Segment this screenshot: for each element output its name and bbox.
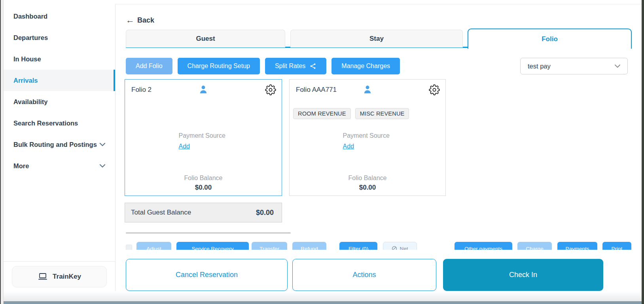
folio-title: Folio AAA771 [296, 86, 337, 94]
folio-balance-block: Folio Balance $0.00 [125, 175, 282, 192]
manage-charges-button[interactable]: Manage Charges [331, 58, 400, 74]
folio-balance-label: Folio Balance [290, 175, 445, 182]
button-label: Cancel Reservation [176, 271, 238, 279]
button-label: Service Recovery [192, 246, 234, 250]
sidebar-item-in-house[interactable]: In House [3, 48, 115, 70]
button-label: Actions [352, 271, 376, 279]
payments-button[interactable]: Payments [557, 242, 597, 250]
sidebar-item-label: Bulk Routing and Postings [13, 141, 97, 148]
bottom-bar [3, 301, 642, 304]
button-label: Manage Charges [341, 63, 390, 70]
payment-source-block: Payment Source Add [290, 132, 445, 150]
folio-title: Folio 2 [131, 86, 152, 94]
back-label: Back [137, 16, 154, 25]
actions-button[interactable]: Actions [292, 259, 436, 291]
sidebar-item-label: Search Reservations [13, 120, 78, 127]
button-label: Charge Routing Setup [188, 63, 250, 70]
bottom-gradient [3, 291, 642, 301]
badge-misc-revenue: MISC REVENUE [355, 108, 409, 119]
sidebar-divider [3, 261, 115, 262]
main-content: ← Back Guest Stay Folio Add Folio Charge… [115, 4, 642, 304]
charge-routing-setup-button[interactable]: Charge Routing Setup [178, 58, 260, 74]
sidebar-item-search-reservations[interactable]: Search Reservations [3, 112, 115, 134]
back-arrow-icon: ← [126, 16, 134, 25]
select-all-checkbox[interactable] [126, 245, 132, 250]
total-guest-balance-bar: Total Guest Balance $0.00 [125, 203, 282, 222]
service-recovery-button[interactable]: Service Recovery [176, 242, 249, 250]
button-label: Refund [301, 246, 318, 250]
add-payment-source-link[interactable]: Add [343, 143, 354, 150]
badge-room-revenue: ROOM REVENUE [293, 108, 351, 119]
payment-source-label: Payment Source [343, 132, 392, 139]
tab-stay[interactable]: Stay [290, 30, 463, 48]
payment-source-block: Payment Source Add [125, 132, 282, 150]
check-in-button[interactable]: Check In [443, 259, 603, 291]
total-guest-balance-value: $0.00 [256, 209, 274, 217]
sidebar-item-label: In House [13, 55, 41, 63]
horizontal-scrollbar[interactable] [126, 232, 291, 234]
folio-balance-block: Folio Balance $0.00 [290, 175, 445, 192]
button-label: Transfer [259, 246, 279, 250]
chevron-down-icon [613, 62, 622, 70]
print-button[interactable]: Print [602, 242, 631, 250]
net-toggle-button[interactable]: Net [383, 242, 417, 250]
tab-folio[interactable]: Folio [468, 28, 632, 49]
window-left-gutter [1, 0, 4, 304]
split-rates-button[interactable]: Split Rates [265, 58, 326, 74]
transfer-button[interactable]: Transfer [252, 242, 287, 250]
trainkey-button[interactable]: TrainKey [12, 266, 107, 287]
sidebar-item-arrivals[interactable]: Arrivals [3, 70, 115, 91]
person-icon [198, 84, 208, 96]
filter-button[interactable]: Filter (0) [339, 242, 377, 250]
desktop-edge-left [0, 0, 1, 304]
total-guest-balance-label: Total Guest Balance [131, 209, 191, 217]
cancel-reservation-button[interactable]: Cancel Reservation [126, 259, 288, 291]
chevron-down-icon [98, 162, 106, 170]
transaction-toolbar: Adjust Service Recovery Transfer Refund … [115, 242, 642, 250]
person-icon [362, 84, 373, 96]
button-label: Charge [526, 246, 543, 250]
sidebar-item-availability[interactable]: Availability [3, 91, 115, 112]
sidebar-nav: Dashboard Departures In House Arrivals A… [3, 4, 115, 177]
button-label: Adjust [146, 246, 161, 250]
button-label: Split Rates [275, 63, 305, 70]
gear-icon[interactable] [265, 84, 276, 95]
folio-balance-value: $0.00 [290, 184, 445, 192]
circle-icon [392, 246, 397, 250]
sidebar-item-bulk-routing[interactable]: Bulk Routing and Postings [3, 134, 115, 155]
gear-icon[interactable] [429, 84, 440, 95]
button-label: Print [612, 246, 623, 250]
refund-button[interactable]: Refund [292, 242, 326, 250]
add-payment-source-link[interactable]: Add [179, 143, 190, 150]
sidebar-item-departures[interactable]: Departures [3, 27, 115, 48]
button-label: Check In [509, 271, 537, 279]
button-label: Other payments [464, 246, 502, 250]
payment-method-dropdown[interactable]: test pay [520, 58, 628, 74]
sidebar-item-more[interactable]: More [3, 155, 115, 177]
add-folio-button[interactable]: Add Folio [126, 58, 172, 74]
tab-label: Folio [542, 35, 558, 43]
folio-card-folio-2[interactable]: Folio 2 Payment Source Add Folio Balance… [125, 79, 282, 196]
button-label: Add Folio [136, 63, 163, 70]
charge-button[interactable]: Charge [517, 242, 552, 250]
tab-label: Guest [196, 35, 215, 43]
sidebar-item-label: Arrivals [13, 77, 38, 84]
laptop-icon [38, 272, 48, 281]
other-payments-button[interactable]: Other payments [455, 242, 512, 250]
button-label: Filter (0) [349, 246, 368, 250]
tab-label: Stay [369, 35, 384, 43]
sidebar: Dashboard Departures In House Arrivals A… [3, 4, 116, 304]
chevron-down-icon [98, 141, 106, 148]
sidebar-item-label: Availability [13, 98, 48, 106]
adjust-button[interactable]: Adjust [136, 242, 171, 250]
sidebar-item-dashboard[interactable]: Dashboard [3, 6, 115, 27]
button-label: Payments [565, 246, 589, 250]
folio-balance-value: $0.00 [125, 184, 282, 192]
tab-guest[interactable]: Guest [126, 30, 285, 48]
folio-card-folio-aaa771[interactable]: Folio AAA771 ROOM REVENUE MISC REVENUE P… [289, 79, 446, 196]
payment-source-label: Payment Source [179, 132, 228, 139]
back-button[interactable]: ← Back [126, 16, 154, 25]
revenue-badges: ROOM REVENUE MISC REVENUE [293, 108, 409, 119]
share-icon [309, 63, 316, 70]
desktop-edge-right [642, 0, 644, 304]
